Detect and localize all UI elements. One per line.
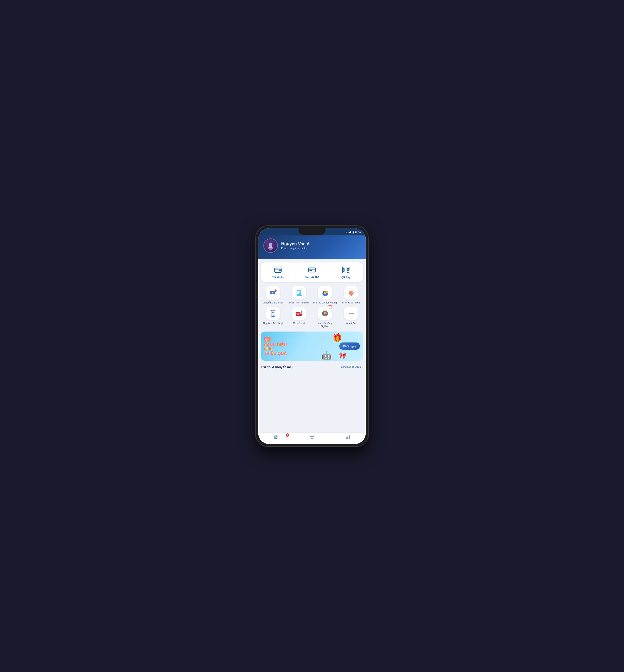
- robot-icon: 🤖: [321, 351, 332, 361]
- signal-icon: ◀▮: [348, 231, 351, 234]
- wifi-icon: ▼: [345, 231, 347, 234]
- service-mua-ban-vang-label: Mua bán Vàng DigiGold: [313, 322, 337, 328]
- promotions-title: Ưu đãi & khuyến mai: [261, 365, 292, 369]
- bill-icon-box: [292, 286, 306, 300]
- svg-rect-13: [347, 267, 349, 269]
- transfer-icon-box: [266, 286, 280, 300]
- svg-point-49: [324, 312, 325, 313]
- svg-point-40: [273, 315, 274, 316]
- svg-point-0: [269, 243, 272, 246]
- svg-rect-9: [310, 270, 312, 271]
- promotions-section-header: Ưu đãi & khuyến mai Xem toàn bộ ưu đãi ›: [258, 364, 366, 371]
- view-all-link[interactable]: Xem toàn bộ ưu đãi ›: [341, 366, 363, 368]
- quick-actions-card: Tài khoản Dịch vụ Thẻ: [261, 262, 363, 282]
- loan-icon-box: $ $: [318, 286, 332, 300]
- svg-point-21: [271, 292, 273, 293]
- svg-rect-19: [348, 272, 349, 273]
- home-badge: 9: [286, 434, 289, 437]
- new-badge: Mới: [328, 305, 333, 308]
- service-tiet-kiem[interactable]: Dịch vụ tiết kiệm: [339, 286, 363, 304]
- svg-point-48: [323, 312, 327, 314]
- service-xem-them[interactable]: Xem thêm: [339, 307, 363, 328]
- battery-icon: ▮: [353, 231, 354, 234]
- status-bar: ▼ ◀▮ ▮ 12:30: [258, 228, 366, 235]
- svg-rect-57: [347, 437, 348, 439]
- newcard-icon: [295, 309, 303, 317]
- notch: [298, 228, 326, 235]
- svg-rect-58: [348, 435, 349, 439]
- svg-rect-17: [348, 270, 349, 271]
- service-chuyen-nhan-tien-label: Chuyển & nhận tiền: [263, 301, 283, 304]
- phone-wrapper: ▼ ◀▮ ▮ 12:30 Nguyen Van A: [256, 226, 368, 446]
- svg-text:$: $: [324, 292, 326, 294]
- svg-rect-18: [347, 272, 348, 273]
- service-thanh-toan[interactable]: Thanh toán hóa đơn: [287, 286, 311, 304]
- svg-text:$: $: [326, 291, 327, 293]
- svg-rect-7: [309, 268, 316, 272]
- svg-point-34: [352, 292, 353, 293]
- service-mua-ban-vang[interactable]: Mới Mua bán Vàng DigiGold: [313, 307, 337, 328]
- transfer-icon: [269, 289, 277, 297]
- svg-point-50: [348, 313, 350, 314]
- play-button[interactable]: Chơi ngay: [339, 342, 360, 350]
- avatar-icon: [266, 241, 275, 250]
- loan-icon: $ $: [321, 289, 329, 297]
- nav-location[interactable]: [294, 434, 330, 441]
- quick-action-dich-vu-the-label: Dịch vụ Thẻ: [305, 276, 319, 279]
- header-info: Nguyen Van A Khách hàng thân thiết ›: [281, 241, 361, 250]
- gold-icon-box: Mới: [318, 307, 332, 320]
- phone-shell: ▼ ◀▮ ▮ 12:30 Nguyen Van A: [256, 226, 368, 446]
- quick-action-qr-pay-label: QR Pay: [341, 276, 350, 279]
- newcard-icon-box: [292, 307, 306, 320]
- avatar: [263, 238, 278, 253]
- quick-action-qr-pay[interactable]: QR Pay: [329, 262, 363, 282]
- svg-point-55: [311, 436, 313, 437]
- gift-icon-2: 🎀: [338, 352, 346, 360]
- service-mo-the-moi[interactable]: Mở thẻ mới: [287, 307, 311, 328]
- user-name: Nguyen Van A: [281, 241, 361, 246]
- content-area: Tài khoản Dịch vụ Thẻ: [258, 259, 366, 432]
- svg-rect-16: [347, 270, 347, 271]
- service-dich-vu-vay-label: Dịch vụ vay & tín dụng: [313, 301, 337, 304]
- bottom-nav: 9: [258, 432, 366, 444]
- status-icons: ▼ ◀▮ ▮ 12:30: [345, 231, 361, 234]
- svg-rect-5: [279, 269, 281, 271]
- svg-point-23: [274, 292, 275, 293]
- service-nap-tien-label: Nạp tiền điện thoại: [263, 322, 283, 325]
- service-dich-vu-vay[interactable]: $ $ Dịch vụ vay & tín dụng: [313, 286, 337, 304]
- svg-rect-56: [346, 438, 347, 439]
- promo-banner[interactable]: Quà SÀNH ĐIỆU RINH TRIỆU QUÀ 🎁 🎀 🤖 Chơi …: [261, 332, 363, 361]
- svg-rect-15: [343, 271, 344, 272]
- banner-title: SÀNH ĐIỆU RINH TRIỆU QUÀ: [264, 342, 305, 356]
- user-subtitle[interactable]: Khách hàng thân thiết ›: [281, 247, 361, 250]
- service-tiet-kiem-label: Dịch vụ tiết kiệm: [342, 301, 360, 304]
- header: Nguyen Van A Khách hàng thân thiết ›: [258, 235, 366, 259]
- nav-home[interactable]: 9: [258, 434, 294, 441]
- quick-action-tai-khoan[interactable]: Tài khoản: [261, 262, 295, 282]
- svg-point-35: [349, 293, 350, 294]
- quick-action-tai-khoan-label: Tài khoản: [272, 276, 284, 279]
- banner-tag: Quà: [264, 337, 271, 341]
- services-grid: Chuyển & nhận tiền: [258, 285, 366, 331]
- phone-screen: ▼ ◀▮ ▮ 12:30 Nguyen Van A: [258, 228, 366, 444]
- more-icon: [347, 309, 355, 317]
- svg-point-36: [351, 293, 352, 293]
- topup-icon-box: [266, 307, 280, 320]
- bill-icon: [295, 289, 303, 297]
- wallet-icon: [274, 266, 283, 274]
- svg-point-22: [270, 292, 271, 293]
- svg-rect-24: [296, 290, 301, 296]
- qr-icon: [341, 266, 350, 274]
- service-thanh-toan-label: Thanh toán hóa đơn: [289, 301, 309, 304]
- service-mo-the-moi-label: Mở thẻ mới: [293, 322, 305, 325]
- quick-action-dich-vu-the[interactable]: Dịch vụ Thẻ: [295, 262, 329, 282]
- location-icon: [309, 434, 315, 441]
- topup-icon: [269, 309, 277, 317]
- service-chuyen-nhan-tien[interactable]: Chuyển & nhận tiền: [261, 286, 285, 304]
- side-button-power: [368, 269, 369, 286]
- service-nap-tien[interactable]: Nạp tiền điện thoại: [261, 307, 285, 328]
- svg-point-51: [350, 313, 352, 314]
- nav-chart[interactable]: [330, 434, 366, 441]
- svg-point-52: [353, 313, 354, 314]
- chart-icon: [345, 434, 350, 441]
